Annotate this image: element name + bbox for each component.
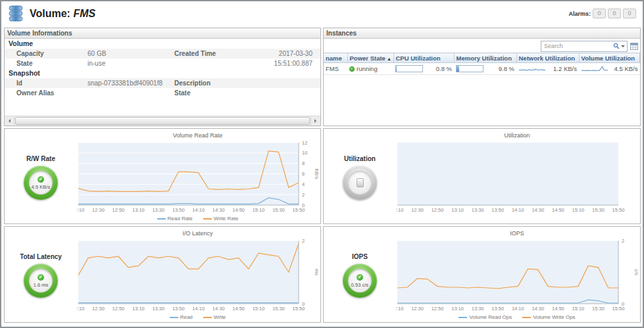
chart-legend: Volume Read OpsVolume Write Ops [396, 313, 638, 321]
utilization-gauge[interactable] [343, 166, 377, 200]
gauge-face: ✓ 4.5 KB/s [29, 171, 53, 195]
column-header-network-utilization[interactable]: Network Utilization [516, 53, 579, 63]
dashboard: Volume: FMS Alarms: 0 0 0 Volume Informa… [0, 0, 644, 328]
scroll-thumb[interactable] [15, 117, 310, 125]
svg-text:15:30: 15:30 [272, 207, 285, 213]
chart-legend [396, 214, 638, 223]
search-options-caret-icon[interactable] [621, 45, 625, 49]
iops-gauge-column: IOPS ✓ 0.53 c/s [324, 227, 396, 322]
alarm-badge-fatal[interactable]: 0 [593, 9, 606, 18]
svg-text:12:30: 12:30 [411, 207, 424, 213]
svg-text:12:30: 12:30 [92, 306, 105, 312]
total-latency-gauge[interactable]: ✓ 1.6 ms [24, 264, 58, 298]
iops-chart[interactable]: 0212:1012:3012:5013:1013:3013:5014:1014:… [396, 237, 638, 313]
search-icon[interactable] [613, 43, 620, 49]
instance-name-cell[interactable]: FMS [324, 63, 347, 75]
field-label: Id [5, 78, 87, 88]
utilization-chart[interactable]: 12:1012:3012:5013:1013:3013:5014:1014:30… [396, 139, 638, 214]
volume-read-rate-chart-area: Volume Read Rate 02468101212:1012:3012:5… [77, 129, 318, 223]
scroll-right-button[interactable] [310, 117, 320, 126]
field-label: Capacity [5, 49, 87, 59]
chart-legend: ReadWrite [77, 313, 318, 321]
field-label: Owner Alias [5, 88, 87, 98]
info-row-snapshot-id: Id snap-0733381bdf40901f8 Description [5, 78, 320, 88]
svg-text:14:30: 14:30 [212, 306, 225, 312]
volume-read-rate-chart[interactable]: 02468101212:1012:3012:5013:1013:3013:501… [77, 139, 318, 214]
svg-text:15:30: 15:30 [592, 207, 605, 213]
volume-utilization-value: 4.5 KB/s [611, 65, 638, 72]
svg-text:12:10: 12:10 [396, 306, 403, 312]
cpu-utilization-value: 0.8 % [426, 65, 452, 72]
svg-text:13:30: 13:30 [472, 306, 484, 312]
arrow-left-icon [7, 119, 11, 123]
field-label: Created Time [174, 49, 244, 59]
iops-panel: IOPS ✓ 0.53 c/s IOPS 0212:1012:3012:5013… [323, 226, 641, 323]
svg-text:14:10: 14:10 [192, 207, 205, 213]
column-header-volume-utilization[interactable]: Volume Utilization [579, 53, 640, 63]
gauge-face: ✓ 1.6 ms [29, 269, 53, 293]
svg-text:10: 10 [302, 150, 307, 156]
field-value: snap-0733381bdf40901f8 [87, 78, 174, 88]
search-input[interactable] [543, 43, 613, 49]
gauge-face: ✓ 0.53 c/s [348, 269, 372, 293]
svg-text:14:10: 14:10 [512, 306, 524, 312]
legend-line-swatch [203, 218, 212, 220]
page-title-value: FMS [73, 8, 95, 19]
column-header-memory-utilization[interactable]: Memory Utilization [454, 53, 516, 63]
io-latency-panel: Total Latency ✓ 1.6 ms I/O Latency 0212:… [4, 226, 321, 323]
info-row-state: State in-use [5, 59, 320, 68]
search-box[interactable] [541, 41, 628, 52]
scroll-left-button[interactable] [5, 117, 14, 126]
svg-text:14:30: 14:30 [212, 207, 225, 213]
field-value: 60 GB [87, 49, 174, 59]
svg-text:15:30: 15:30 [592, 306, 605, 312]
svg-text:15:10: 15:10 [572, 207, 585, 213]
gauge-label: Total Latency [5, 253, 77, 260]
utilization-chart-area: Utilization 12:1012:3012:5013:1013:3013:… [396, 129, 638, 223]
volume-informations-title: Volume Informations [5, 28, 320, 39]
svg-text:14:50: 14:50 [552, 207, 564, 213]
page-title: Volume: FMS [30, 8, 95, 20]
instances-table: name Power State▲ CPU Utilization Memory… [324, 53, 640, 75]
field-value [244, 78, 320, 88]
column-label: Power State [350, 55, 385, 62]
svg-text:15:50: 15:50 [293, 207, 305, 213]
svg-text:13:10: 13:10 [451, 207, 464, 213]
svg-text:15:50: 15:50 [293, 306, 305, 312]
svg-text:2: 2 [622, 238, 624, 244]
power-state-label: running [357, 65, 378, 72]
svg-text:13:50: 13:50 [172, 207, 185, 213]
instance-row[interactable]: FMS running 0.8 % 9.8 % [324, 63, 640, 75]
svg-text:15:50: 15:50 [612, 207, 625, 213]
alarm-badge-warning[interactable]: 0 [623, 9, 636, 18]
legend-item: Read Rate [157, 216, 193, 222]
column-header-name[interactable]: name [324, 53, 347, 63]
table-customizer-icon[interactable] [630, 43, 638, 50]
status-ok-icon: ✓ [357, 274, 363, 281]
alarm-badge-critical[interactable]: 0 [608, 9, 621, 18]
page-title-prefix: Volume: [30, 8, 70, 19]
field-label [174, 59, 244, 68]
gauge-knob [357, 178, 364, 187]
column-header-cpu-utilization[interactable]: CPU Utilization [393, 53, 454, 63]
field-label: State [174, 88, 244, 98]
svg-text:12:10: 12:10 [77, 207, 84, 213]
svg-text:12:10: 12:10 [77, 306, 84, 312]
memory-utilization-bar [456, 65, 483, 72]
instances-toolbar [324, 39, 640, 53]
io-latency-chart[interactable]: 0212:1012:3012:5013:1013:3013:5014:1014:… [77, 237, 318, 313]
field-label: Description [174, 78, 244, 88]
section-volume: Volume [5, 39, 320, 49]
rw-rate-gauge[interactable]: ✓ 4.5 KB/s [24, 166, 58, 200]
legend-line-swatch [170, 317, 178, 318]
svg-text:13:30: 13:30 [152, 207, 164, 213]
legend-item: Write [203, 314, 226, 320]
legend-line-swatch [157, 218, 166, 220]
svg-text:14:30: 14:30 [532, 306, 544, 312]
column-header-power-state[interactable]: Power State▲ [347, 53, 393, 63]
instances-table-header: name Power State▲ CPU Utilization Memory… [324, 53, 640, 63]
horizontal-scrollbar[interactable] [5, 116, 320, 126]
iops-gauge[interactable]: ✓ 0.53 c/s [343, 264, 377, 298]
svg-text:13:50: 13:50 [491, 207, 504, 213]
svg-text:12:50: 12:50 [432, 207, 444, 213]
